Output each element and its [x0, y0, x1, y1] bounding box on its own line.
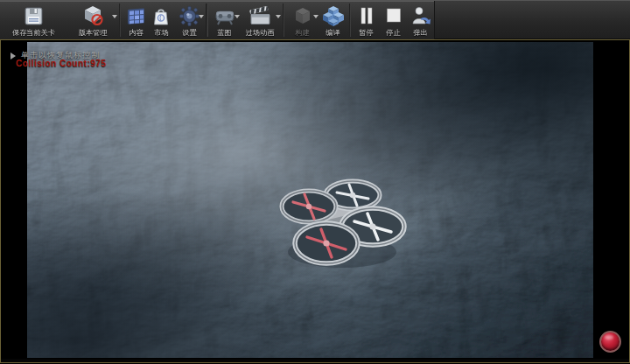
compile-label: 编译 — [326, 28, 340, 37]
content-label: 内容 — [129, 28, 143, 37]
source-control-button[interactable]: 版本管理 — [67, 1, 117, 39]
clapperboard-icon — [248, 4, 272, 28]
marketplace-label: 市场 — [154, 28, 168, 37]
source-control-label: 版本管理 — [78, 28, 107, 37]
eject-button[interactable]: 弹出 — [407, 1, 434, 39]
pause-icon — [357, 4, 376, 28]
stop-label: 停止 — [386, 28, 400, 37]
save-current-level-button[interactable]: 保存当前关卡 — [0, 1, 67, 39]
toolbar-separator — [119, 4, 121, 37]
blue-grid-icon — [125, 4, 147, 28]
eject-person-icon — [410, 4, 432, 28]
gamepad-icon — [214, 4, 236, 28]
collision-counter: Collision Count:975 — [16, 59, 106, 68]
cinematics-button[interactable]: 过场动画 — [240, 1, 281, 39]
stop-button[interactable]: 停止 — [380, 1, 407, 39]
blueprints-label: 蓝图 — [217, 28, 231, 37]
gear-icon — [178, 4, 200, 28]
toolbar-separator — [349, 4, 351, 37]
game-viewport[interactable] — [27, 42, 593, 358]
settings-button[interactable]: 设置 — [174, 1, 204, 39]
main-toolbar: 保存当前关卡 版本管理 — [0, 0, 630, 39]
build-label: 构建 — [296, 28, 310, 37]
viewport-frame: 单击以恢复鼠标控制 Collision Count:975 — [0, 39, 630, 363]
toolbar-separator — [283, 4, 284, 37]
compile-button[interactable]: 编译 — [318, 1, 347, 39]
gray-blocks-icon — [291, 4, 314, 28]
blue-cubes-icon — [322, 4, 345, 28]
eject-label: 弹出 — [413, 28, 427, 37]
toolbar-separator — [206, 4, 207, 37]
pause-label: 暂停 — [360, 28, 374, 37]
blueprints-button[interactable]: 蓝图 — [210, 1, 240, 39]
content-button[interactable]: 内容 — [122, 1, 148, 39]
letterbox-bottom — [1, 359, 629, 362]
toolbar-button-panel: 保存当前关卡 版本管理 — [0, 1, 435, 39]
chevron-down-icon — [112, 15, 117, 18]
terrain-render — [27, 42, 593, 358]
red-indicator-badge[interactable] — [599, 331, 621, 353]
chevron-down-icon — [276, 15, 281, 18]
pause-button[interactable]: 暂停 — [353, 1, 380, 39]
box-no-entry-icon — [81, 4, 104, 28]
marketplace-button[interactable]: 市场 — [149, 1, 174, 39]
shopping-bag-icon — [150, 4, 172, 28]
stop-icon — [384, 4, 403, 28]
settings-label: 设置 — [182, 28, 196, 37]
chevron-down-icon — [199, 15, 204, 18]
save-current-level-label: 保存当前关卡 — [12, 28, 55, 37]
build-button: 构建 — [286, 1, 318, 39]
floppy-disk-icon — [23, 4, 45, 28]
cinematics-label: 过场动画 — [246, 28, 275, 37]
editor-window: 保存当前关卡 版本管理 — [0, 0, 630, 364]
